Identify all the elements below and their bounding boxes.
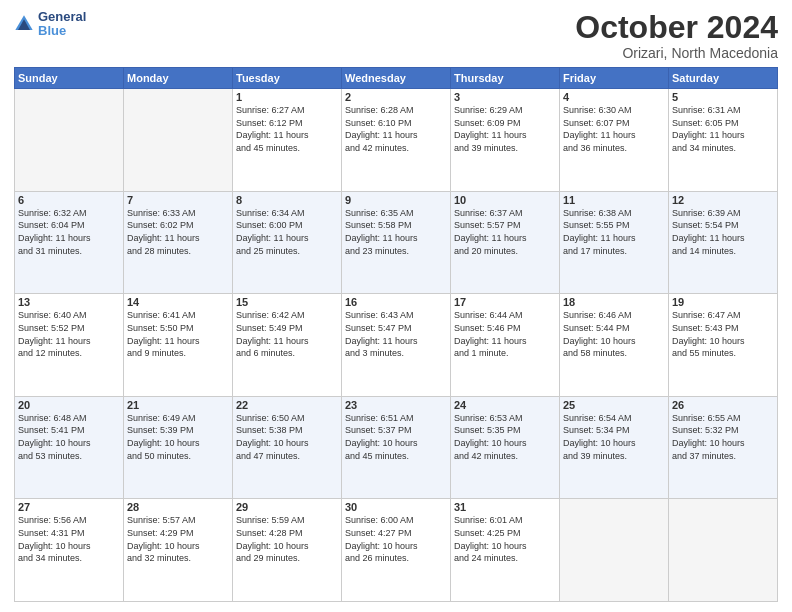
weekday-header: Saturday [669,68,778,89]
title-block: October 2024 Orizari, North Macedonia [575,10,778,61]
day-info: Sunrise: 6:54 AM Sunset: 5:34 PM Dayligh… [563,412,665,462]
weekday-header: Wednesday [342,68,451,89]
day-info: Sunrise: 6:28 AM Sunset: 6:10 PM Dayligh… [345,104,447,154]
calendar-day-cell: 23Sunrise: 6:51 AM Sunset: 5:37 PM Dayli… [342,396,451,499]
day-number: 15 [236,296,338,308]
calendar-day-cell: 31Sunrise: 6:01 AM Sunset: 4:25 PM Dayli… [451,499,560,602]
day-number: 9 [345,194,447,206]
day-number: 17 [454,296,556,308]
day-info: Sunrise: 6:34 AM Sunset: 6:00 PM Dayligh… [236,207,338,257]
day-info: Sunrise: 6:41 AM Sunset: 5:50 PM Dayligh… [127,309,229,359]
calendar-week-row: 20Sunrise: 6:48 AM Sunset: 5:41 PM Dayli… [15,396,778,499]
calendar-day-cell: 12Sunrise: 6:39 AM Sunset: 5:54 PM Dayli… [669,191,778,294]
calendar-day-cell: 28Sunrise: 5:57 AM Sunset: 4:29 PM Dayli… [124,499,233,602]
calendar-day-cell: 21Sunrise: 6:49 AM Sunset: 5:39 PM Dayli… [124,396,233,499]
day-info: Sunrise: 5:59 AM Sunset: 4:28 PM Dayligh… [236,514,338,564]
calendar-day-cell: 24Sunrise: 6:53 AM Sunset: 5:35 PM Dayli… [451,396,560,499]
day-number: 18 [563,296,665,308]
calendar-day-cell [124,89,233,192]
day-info: Sunrise: 5:57 AM Sunset: 4:29 PM Dayligh… [127,514,229,564]
calendar-day-cell: 25Sunrise: 6:54 AM Sunset: 5:34 PM Dayli… [560,396,669,499]
location-subtitle: Orizari, North Macedonia [575,45,778,61]
calendar-day-cell: 13Sunrise: 6:40 AM Sunset: 5:52 PM Dayli… [15,294,124,397]
calendar-day-cell: 18Sunrise: 6:46 AM Sunset: 5:44 PM Dayli… [560,294,669,397]
weekday-header: Friday [560,68,669,89]
calendar-week-row: 6Sunrise: 6:32 AM Sunset: 6:04 PM Daylig… [15,191,778,294]
day-number: 22 [236,399,338,411]
day-number: 7 [127,194,229,206]
calendar-day-cell: 9Sunrise: 6:35 AM Sunset: 5:58 PM Daylig… [342,191,451,294]
day-number: 26 [672,399,774,411]
day-info: Sunrise: 6:35 AM Sunset: 5:58 PM Dayligh… [345,207,447,257]
weekday-header: Tuesday [233,68,342,89]
calendar-day-cell: 16Sunrise: 6:43 AM Sunset: 5:47 PM Dayli… [342,294,451,397]
day-info: Sunrise: 6:44 AM Sunset: 5:46 PM Dayligh… [454,309,556,359]
logo-text-line1: General [38,10,86,24]
calendar-day-cell: 17Sunrise: 6:44 AM Sunset: 5:46 PM Dayli… [451,294,560,397]
day-info: Sunrise: 6:47 AM Sunset: 5:43 PM Dayligh… [672,309,774,359]
day-info: Sunrise: 6:38 AM Sunset: 5:55 PM Dayligh… [563,207,665,257]
day-number: 3 [454,91,556,103]
calendar-day-cell: 30Sunrise: 6:00 AM Sunset: 4:27 PM Dayli… [342,499,451,602]
day-number: 19 [672,296,774,308]
day-info: Sunrise: 6:33 AM Sunset: 6:02 PM Dayligh… [127,207,229,257]
calendar-day-cell: 6Sunrise: 6:32 AM Sunset: 6:04 PM Daylig… [15,191,124,294]
calendar-day-cell: 5Sunrise: 6:31 AM Sunset: 6:05 PM Daylig… [669,89,778,192]
calendar-day-cell: 27Sunrise: 5:56 AM Sunset: 4:31 PM Dayli… [15,499,124,602]
calendar-day-cell [560,499,669,602]
calendar-week-row: 27Sunrise: 5:56 AM Sunset: 4:31 PM Dayli… [15,499,778,602]
day-info: Sunrise: 6:31 AM Sunset: 6:05 PM Dayligh… [672,104,774,154]
calendar-day-cell: 3Sunrise: 6:29 AM Sunset: 6:09 PM Daylig… [451,89,560,192]
calendar-day-cell: 20Sunrise: 6:48 AM Sunset: 5:41 PM Dayli… [15,396,124,499]
day-number: 27 [18,501,120,513]
day-number: 28 [127,501,229,513]
header: General Blue October 2024 Orizari, North… [14,10,778,61]
calendar-header-row: SundayMondayTuesdayWednesdayThursdayFrid… [15,68,778,89]
calendar-day-cell: 19Sunrise: 6:47 AM Sunset: 5:43 PM Dayli… [669,294,778,397]
day-info: Sunrise: 6:55 AM Sunset: 5:32 PM Dayligh… [672,412,774,462]
weekday-header: Thursday [451,68,560,89]
day-info: Sunrise: 6:37 AM Sunset: 5:57 PM Dayligh… [454,207,556,257]
day-info: Sunrise: 6:43 AM Sunset: 5:47 PM Dayligh… [345,309,447,359]
calendar-day-cell: 10Sunrise: 6:37 AM Sunset: 5:57 PM Dayli… [451,191,560,294]
day-info: Sunrise: 6:01 AM Sunset: 4:25 PM Dayligh… [454,514,556,564]
logo: General Blue [14,10,86,39]
calendar-day-cell [15,89,124,192]
calendar-day-cell: 7Sunrise: 6:33 AM Sunset: 6:02 PM Daylig… [124,191,233,294]
weekday-header: Monday [124,68,233,89]
day-info: Sunrise: 6:00 AM Sunset: 4:27 PM Dayligh… [345,514,447,564]
day-info: Sunrise: 6:42 AM Sunset: 5:49 PM Dayligh… [236,309,338,359]
calendar-week-row: 13Sunrise: 6:40 AM Sunset: 5:52 PM Dayli… [15,294,778,397]
day-info: Sunrise: 6:53 AM Sunset: 5:35 PM Dayligh… [454,412,556,462]
page: General Blue October 2024 Orizari, North… [0,0,792,612]
day-info: Sunrise: 6:48 AM Sunset: 5:41 PM Dayligh… [18,412,120,462]
day-number: 4 [563,91,665,103]
calendar-day-cell: 1Sunrise: 6:27 AM Sunset: 6:12 PM Daylig… [233,89,342,192]
day-number: 2 [345,91,447,103]
day-info: Sunrise: 6:29 AM Sunset: 6:09 PM Dayligh… [454,104,556,154]
day-number: 24 [454,399,556,411]
day-number: 16 [345,296,447,308]
day-number: 10 [454,194,556,206]
calendar-day-cell: 22Sunrise: 6:50 AM Sunset: 5:38 PM Dayli… [233,396,342,499]
calendar-week-row: 1Sunrise: 6:27 AM Sunset: 6:12 PM Daylig… [15,89,778,192]
calendar-table: SundayMondayTuesdayWednesdayThursdayFrid… [14,67,778,602]
day-number: 1 [236,91,338,103]
month-title: October 2024 [575,10,778,45]
day-info: Sunrise: 6:39 AM Sunset: 5:54 PM Dayligh… [672,207,774,257]
day-number: 20 [18,399,120,411]
day-number: 11 [563,194,665,206]
calendar-day-cell: 26Sunrise: 6:55 AM Sunset: 5:32 PM Dayli… [669,396,778,499]
day-number: 25 [563,399,665,411]
day-info: Sunrise: 6:46 AM Sunset: 5:44 PM Dayligh… [563,309,665,359]
calendar-day-cell: 15Sunrise: 6:42 AM Sunset: 5:49 PM Dayli… [233,294,342,397]
day-info: Sunrise: 6:40 AM Sunset: 5:52 PM Dayligh… [18,309,120,359]
day-number: 8 [236,194,338,206]
day-number: 12 [672,194,774,206]
day-info: Sunrise: 6:32 AM Sunset: 6:04 PM Dayligh… [18,207,120,257]
day-info: Sunrise: 6:27 AM Sunset: 6:12 PM Dayligh… [236,104,338,154]
calendar-day-cell: 11Sunrise: 6:38 AM Sunset: 5:55 PM Dayli… [560,191,669,294]
calendar-day-cell [669,499,778,602]
day-info: Sunrise: 5:56 AM Sunset: 4:31 PM Dayligh… [18,514,120,564]
logo-text-line2: Blue [38,24,86,38]
